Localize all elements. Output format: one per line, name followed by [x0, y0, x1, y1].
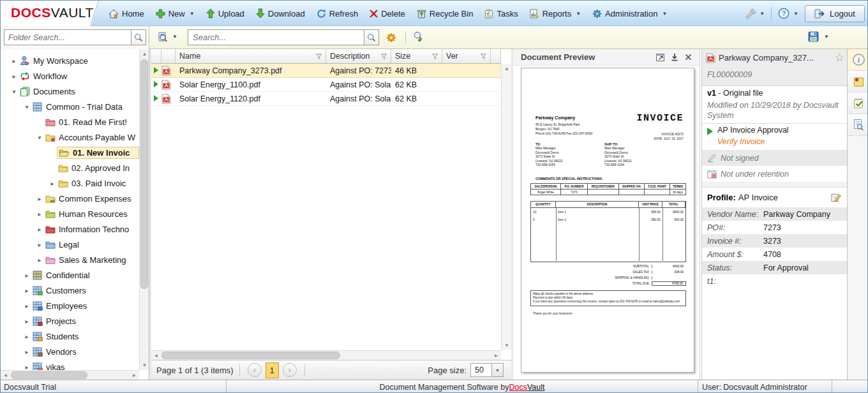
sidebar-item-confidential[interactable]: ▸Confidential	[1, 267, 139, 283]
close-icon[interactable]	[685, 53, 692, 61]
scrollbar-thumb[interactable]	[140, 59, 148, 289]
previous-page-button[interactable]: ‹	[248, 363, 262, 377]
scroll-left-icon[interactable]: ◄	[1, 371, 10, 380]
sidebar-item-projects[interactable]: ▸Projects	[1, 313, 139, 329]
file-row-solar-energy-1120-pdf[interactable]: Solar Energy_1120.pdfAgainst PO: Solar 1…	[151, 92, 501, 106]
sidebar-item-02-approved-in[interactable]: 02. Approved In	[1, 160, 139, 175]
tree-collapsed-arrow-icon[interactable]: ▸	[10, 57, 19, 64]
toolbar-download-button[interactable]: Download	[250, 4, 311, 22]
filter-funnel-icon[interactable]	[432, 54, 438, 59]
file-list-horizontal-scrollbar[interactable]: ◄ ►	[151, 350, 501, 360]
column-header-ver[interactable]: Ver	[442, 49, 491, 63]
sidebar-item-common-expenses[interactable]: ▸Common Expenses	[1, 191, 139, 206]
tree-collapsed-arrow-icon[interactable]: ▸	[22, 272, 31, 279]
sidebar-item-sales-marketing[interactable]: ▸Sales & Marketing	[1, 252, 139, 267]
expand-row-icon[interactable]	[154, 95, 158, 101]
sidebar-item-01-read-me-first[interactable]: 01. Read Me First!	[1, 114, 139, 130]
sidebar-item-workflow[interactable]: ▸Workflow	[1, 68, 139, 84]
current-page-button[interactable]: 1	[266, 362, 279, 378]
sidebar-vertical-scrollbar[interactable]: ▲ ▼	[139, 49, 149, 370]
tree-expanded-arrow-icon[interactable]: ▾	[22, 103, 31, 110]
tree-collapsed-arrow-icon[interactable]: ▸	[22, 333, 31, 340]
tree-expanded-arrow-icon[interactable]: ▾	[35, 134, 44, 141]
save-search-button[interactable]: ▼	[808, 31, 829, 42]
toolbar-recycle-bin-button[interactable]: Recycle Bin	[411, 4, 479, 22]
tree-collapsed-arrow-icon[interactable]: ▸	[22, 302, 31, 309]
scroll-up-icon[interactable]: ▲	[140, 49, 149, 59]
column-header-name[interactable]: Name	[176, 49, 326, 63]
scroll-right-icon[interactable]: ►	[130, 371, 139, 380]
search-settings-button[interactable]	[386, 31, 396, 43]
sidebar-item-03-paid-invoic[interactable]: ▸03. Paid Invoic	[1, 175, 139, 191]
sidebar-item-my-workspace[interactable]: ▸My Workspace	[1, 53, 139, 68]
filter-funnel-icon[interactable]	[381, 54, 387, 59]
tree-collapsed-arrow-icon[interactable]: ▸	[35, 211, 44, 218]
filter-funnel-icon[interactable]	[316, 54, 322, 59]
toolbar-new-button[interactable]: New▼	[150, 4, 200, 22]
document-search-button[interactable]	[364, 29, 379, 45]
column-header-description[interactable]: Description	[326, 49, 391, 63]
scrollbar-thumb[interactable]	[161, 352, 340, 359]
scroll-right-icon[interactable]: ►	[491, 351, 501, 360]
tree-collapsed-arrow-icon[interactable]: ▸	[22, 287, 31, 294]
toolbar-delete-button[interactable]: Delete	[364, 4, 411, 22]
sidebar-item-legal[interactable]: ▸Legal	[1, 237, 139, 252]
toolbar-upload-button[interactable]: Upload	[200, 4, 250, 22]
sidebar-item-students[interactable]: ▸Students	[1, 329, 139, 344]
tasks-tab-button[interactable]	[848, 93, 868, 114]
audit-tab-button[interactable]	[848, 114, 868, 136]
scroll-left-icon[interactable]: ◄	[151, 351, 161, 360]
tree-collapsed-arrow-icon[interactable]: ▸	[22, 348, 31, 355]
sidebar-item-employees[interactable]: ▸Employees	[1, 298, 139, 313]
advanced-search-button[interactable]	[413, 31, 423, 42]
notes-tab-button[interactable]	[848, 71, 868, 93]
scrollbar-thumb[interactable]	[11, 371, 87, 379]
sidebar-item-accounts-payable-w[interactable]: ▾Accounts Payable W	[1, 130, 139, 145]
toolbar-administration-button[interactable]: Administration▼	[587, 4, 673, 22]
sidebar-item-01-new-invoic[interactable]: 01. New Invoic	[1, 145, 139, 160]
document-search-input[interactable]	[188, 29, 364, 45]
scroll-down-icon[interactable]: ▼	[502, 341, 512, 350]
tree-collapsed-arrow-icon[interactable]: ▸	[35, 226, 44, 233]
search-scope-button[interactable]: ▼	[155, 30, 179, 43]
scroll-up-icon[interactable]: ▲	[502, 64, 512, 73]
tree-collapsed-arrow-icon[interactable]: ▸	[48, 180, 57, 187]
expand-row-icon[interactable]	[154, 67, 158, 73]
tree-collapsed-arrow-icon[interactable]: ▸	[22, 364, 31, 371]
tree-collapsed-arrow-icon[interactable]: ▸	[35, 195, 44, 202]
open-in-window-icon[interactable]	[656, 53, 664, 61]
docsvault-link[interactable]: DocsVault	[509, 383, 544, 392]
edit-profile-icon[interactable]	[831, 193, 842, 202]
sidebar-item-customers[interactable]: ▸Customers	[1, 283, 139, 298]
tools-menu-button[interactable]: ▼	[743, 7, 767, 20]
tree-collapsed-arrow-icon[interactable]: ▸	[35, 256, 44, 263]
favorite-star-icon[interactable]: ☆	[835, 52, 844, 63]
sidebar-item-vendors[interactable]: ▸Vendors	[1, 344, 139, 359]
sidebar-item-vikas[interactable]: ▸vikas	[1, 359, 139, 370]
toolbar-reports-button[interactable]: Reports▼	[524, 4, 587, 22]
scroll-down-icon[interactable]: ▼	[140, 360, 149, 370]
logout-button[interactable]: Logout	[805, 5, 865, 22]
tree-collapsed-arrow-icon[interactable]: ▸	[10, 73, 19, 80]
sidebar-item-human-resources[interactable]: ▸Human Resources	[1, 206, 139, 221]
sidebar-item-common-trial-data[interactable]: ▾Common - Trial Data	[1, 99, 139, 114]
info-tab-button[interactable]: i	[848, 49, 868, 71]
tree-collapsed-arrow-icon[interactable]: ▸	[35, 241, 44, 248]
toolbar-tasks-button[interactable]: Tasks	[479, 4, 523, 22]
page-size-select[interactable]: 50 ▼	[470, 363, 504, 377]
folder-search-button[interactable]	[131, 29, 146, 45]
toolbar-home-button[interactable]: Home	[103, 4, 150, 22]
column-header-size[interactable]: Size	[391, 49, 442, 63]
next-page-button[interactable]: ›	[283, 363, 297, 377]
folder-search-input[interactable]	[4, 29, 131, 45]
expand-row-icon[interactable]	[154, 81, 158, 87]
toolbar-refresh-button[interactable]: Refresh	[311, 4, 364, 22]
tree-collapsed-arrow-icon[interactable]: ▸	[22, 318, 31, 325]
tree-expanded-arrow-icon[interactable]: ▾	[10, 88, 19, 95]
help-menu-button[interactable]: ? ▼	[776, 6, 800, 20]
file-list-vertical-scrollbar[interactable]: ▲ ▼	[501, 64, 511, 350]
sidebar-item-information-techno[interactable]: ▸Information Techno	[1, 221, 139, 237]
download-preview-icon[interactable]	[671, 53, 678, 61]
file-row-solar-energy-1100-pdf[interactable]: Solar Energy_1100.pdfAgainst PO: Solar 1…	[151, 78, 501, 92]
sidebar-horizontal-scrollbar[interactable]: ◄ ►	[1, 370, 139, 380]
